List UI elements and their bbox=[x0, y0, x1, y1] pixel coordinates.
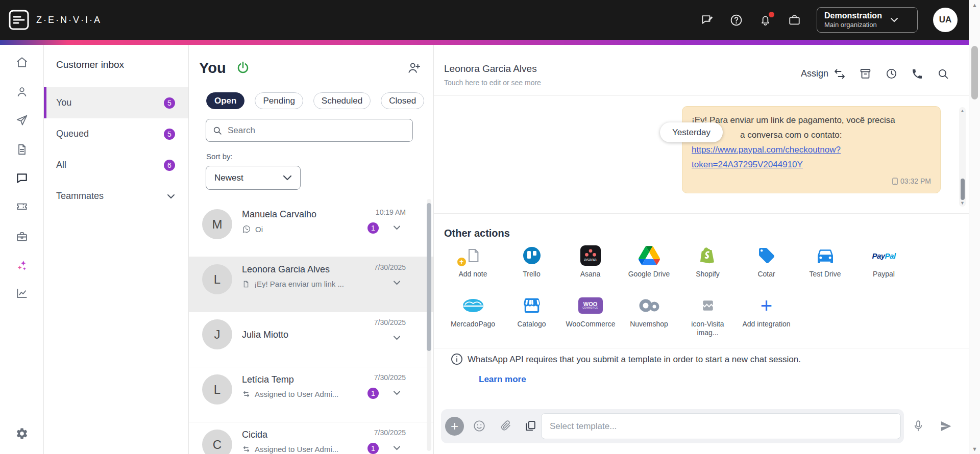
conversation-row[interactable]: L Letícia Temp 7/30/2025 Assigned to Use… bbox=[189, 367, 433, 422]
nav-reports-icon[interactable] bbox=[15, 143, 29, 156]
sidebar-item-you[interactable]: You 5 bbox=[44, 87, 188, 118]
filter-scheduled[interactable]: Scheduled bbox=[313, 92, 371, 109]
chat-contact-name[interactable]: Leonora Garcia Alves bbox=[444, 63, 537, 74]
conversation-row-selected[interactable]: L Leonora Garcia Alves 7/30/2025 ¡Ey! Pa… bbox=[189, 257, 433, 312]
action-add-note[interactable]: + Add note bbox=[444, 244, 502, 279]
action-shopify[interactable]: Shopify bbox=[678, 244, 737, 279]
zenvia-app: Z·E·N·V·I·A Demonstration Main organizat… bbox=[0, 0, 980, 454]
phone-icon[interactable] bbox=[911, 68, 923, 80]
sidebar-item-all[interactable]: All 6 bbox=[44, 149, 188, 181]
chat-scrollbar[interactable]: ▲ ▼ bbox=[959, 107, 966, 207]
contact-name: Julia Miotto bbox=[242, 330, 288, 340]
sidebar-items: You 5 Queued 5 All 6 Teammates bbox=[44, 87, 188, 212]
other-actions-title: Other actions bbox=[444, 228, 510, 239]
scroll-up-arrow[interactable]: ▲ bbox=[969, 2, 980, 8]
filter-open[interactable]: Open bbox=[206, 92, 244, 109]
page-scrollbar[interactable]: ▲ ▼ bbox=[969, 0, 980, 454]
microphone-icon[interactable] bbox=[912, 419, 925, 433]
preview-text: Oi bbox=[255, 225, 263, 234]
learn-more-link[interactable]: Learn more bbox=[479, 374, 526, 385]
action-mercadopago[interactable]: MercadoPago bbox=[444, 294, 502, 337]
note-icon bbox=[242, 280, 250, 288]
action-google-drive[interactable]: Google Drive bbox=[620, 244, 678, 279]
conversation-row[interactable]: J Julia Miotto 7/30/2025 bbox=[189, 312, 433, 367]
timestamp: 10:19 AM bbox=[376, 208, 406, 216]
asana-wordmark: asana bbox=[584, 257, 597, 262]
filter-pending[interactable]: Pending bbox=[255, 92, 303, 109]
preview-text: Assigned to User Admi... bbox=[255, 390, 338, 398]
chat-compose-icon[interactable] bbox=[700, 13, 714, 27]
history-clock-icon[interactable] bbox=[885, 67, 898, 80]
sort-by-label: Sort by: bbox=[206, 152, 433, 161]
action-asana[interactable]: asana Asana bbox=[561, 244, 620, 279]
action-label: Catalogo bbox=[517, 320, 546, 329]
org-selector[interactable]: Demonstration Main organization bbox=[817, 7, 918, 33]
nav-toolbox-icon[interactable] bbox=[15, 230, 29, 243]
nav-ai-sparkles-icon[interactable] bbox=[15, 259, 29, 272]
sort-dropdown[interactable]: Newest bbox=[206, 166, 301, 190]
sidebar-item-queued[interactable]: Queued 5 bbox=[44, 118, 188, 149]
template-copy-icon[interactable] bbox=[524, 419, 537, 432]
chevron-down-icon[interactable] bbox=[393, 281, 401, 285]
filter-closed[interactable]: Closed bbox=[381, 92, 424, 109]
page-scrollbar-thumb[interactable] bbox=[971, 46, 978, 99]
scroll-up-arrow[interactable]: ▲ bbox=[959, 108, 966, 113]
info-icon bbox=[450, 352, 463, 366]
assign-button[interactable]: Assign bbox=[801, 68, 846, 80]
chevron-down-icon[interactable] bbox=[393, 336, 401, 340]
chevron-down-icon[interactable] bbox=[393, 225, 401, 230]
action-label: WooCommerce bbox=[566, 320, 615, 329]
archive-icon[interactable] bbox=[859, 67, 872, 80]
message-composer: + bbox=[441, 409, 904, 443]
search-icon[interactable] bbox=[937, 67, 949, 80]
action-catalogo[interactable]: Catalogo bbox=[502, 294, 561, 337]
attachment-paperclip-icon[interactable] bbox=[499, 419, 512, 432]
brand-gradient-bar bbox=[0, 40, 969, 45]
availability-power-icon[interactable] bbox=[235, 60, 251, 75]
template-select-input[interactable] bbox=[541, 413, 901, 439]
search-input[interactable] bbox=[228, 125, 406, 136]
nav-conversations-icon-active[interactable] bbox=[15, 171, 29, 185]
action-visita-broken[interactable]: icon-Visita imag... bbox=[678, 294, 737, 337]
send-icon[interactable] bbox=[939, 419, 953, 433]
list-scrollbar-thumb[interactable] bbox=[427, 203, 431, 351]
chat-header: Leonora Garcia Alves Touch here to edit … bbox=[434, 45, 969, 96]
add-person-icon[interactable] bbox=[407, 61, 421, 75]
nav-analytics-icon[interactable] bbox=[15, 287, 29, 300]
help-icon[interactable] bbox=[729, 13, 743, 27]
conversation-row[interactable]: M Manuela Carvalho 10:19 AM Oi 1 bbox=[189, 202, 433, 257]
paypal-link[interactable]: https://www.paypal.com/checkoutnow? toke… bbox=[692, 142, 931, 172]
trello-icon bbox=[522, 244, 542, 267]
nav-contacts-icon[interactable] bbox=[15, 85, 29, 98]
action-cotar[interactable]: Cotar bbox=[737, 244, 796, 279]
action-trello[interactable]: Trello bbox=[502, 244, 561, 279]
composer-add-button[interactable]: + bbox=[445, 417, 464, 436]
workspace-icon[interactable] bbox=[788, 13, 801, 27]
add-note-icon: + bbox=[465, 244, 481, 267]
conversation-row[interactable]: C Cicida 7/30/2025 Assigned to User Admi… bbox=[189, 422, 433, 454]
nav-settings-gear-icon[interactable] bbox=[15, 427, 29, 440]
chevron-down-icon[interactable] bbox=[393, 391, 401, 395]
list-scrollbar[interactable] bbox=[427, 199, 431, 451]
asana-icon: asana bbox=[580, 244, 601, 267]
action-woocommerce[interactable]: WOO COMMERCE WooCommerce bbox=[561, 294, 620, 337]
chevron-down-icon[interactable] bbox=[393, 446, 401, 450]
action-paypal[interactable]: PayPal Paypal bbox=[854, 244, 913, 279]
chat-scrollbar-thumb[interactable] bbox=[961, 179, 965, 200]
action-label: Test Drive bbox=[809, 270, 841, 279]
chat-contact-hint[interactable]: Touch here to edit or see more bbox=[444, 79, 541, 87]
action-test-drive[interactable]: Test Drive bbox=[796, 244, 854, 279]
preview-text: Assigned to User Admi... bbox=[255, 445, 338, 453]
nav-campaigns-icon[interactable] bbox=[15, 114, 29, 127]
sidebar-item-teammates[interactable]: Teammates bbox=[44, 181, 188, 212]
scroll-down-arrow[interactable]: ▼ bbox=[959, 200, 966, 206]
notifications-bell-icon[interactable] bbox=[758, 13, 772, 27]
action-add-integration[interactable]: + Add integration bbox=[737, 294, 796, 337]
nav-sales-ticket-icon[interactable] bbox=[15, 200, 29, 213]
nav-home-icon[interactable] bbox=[15, 56, 29, 69]
emoji-icon[interactable] bbox=[473, 419, 486, 433]
user-avatar[interactable]: UA bbox=[933, 8, 958, 32]
scroll-down-arrow[interactable]: ▼ bbox=[969, 446, 980, 452]
action-nuvemshop[interactable]: Nuvemshop bbox=[620, 294, 678, 337]
action-label: Nuvemshop bbox=[630, 320, 668, 329]
